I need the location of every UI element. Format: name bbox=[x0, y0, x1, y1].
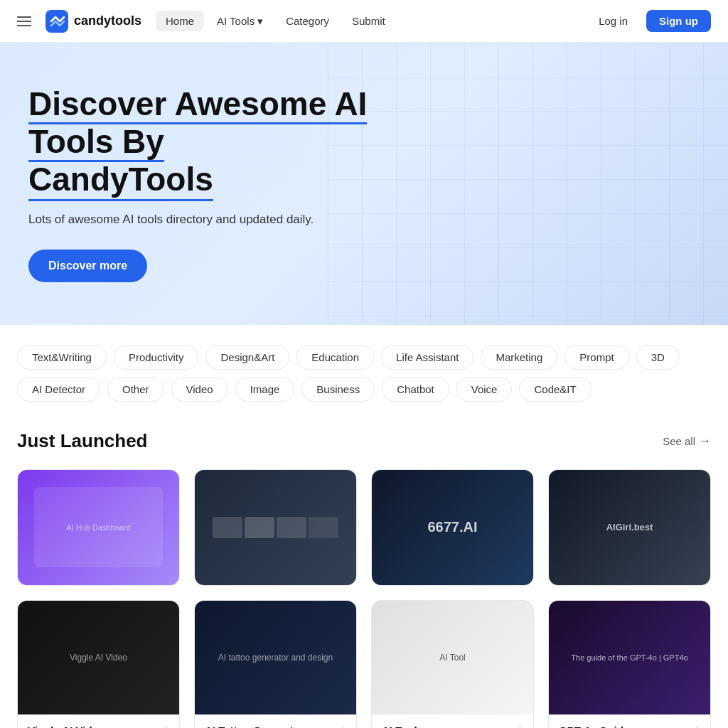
login-button[interactable]: Log in bbox=[587, 10, 639, 32]
card-thumb-6: AI tattoo generator and design bbox=[195, 601, 356, 714]
discover-more-button[interactable]: Discover more bbox=[28, 250, 147, 282]
cat-codeit[interactable]: Code&IT bbox=[519, 377, 591, 402]
card-thumb-4: AIGirl.best bbox=[549, 470, 710, 585]
card-thumb-5: Viggle AI Video bbox=[18, 601, 179, 714]
see-all-link[interactable]: See all → bbox=[663, 434, 711, 449]
card-title-6: AI Tattoo Generator bbox=[205, 724, 304, 728]
cards-grid-row2: Viggle AI Video Viggle AI Video ↗ AI tat… bbox=[17, 600, 711, 728]
card-artiversehub[interactable]: ArtiverseHub AI ↗ Get creative with Arti… bbox=[194, 469, 357, 586]
card-body-6: AI Tattoo Generator ↗ bbox=[195, 714, 356, 728]
just-launched-section: Just Launched See all → AI Hub Dashboard… bbox=[0, 407, 728, 728]
card-body-4: Best AI Girl Friend ↗ Best free AI AI Gi… bbox=[549, 585, 710, 586]
external-link-icon-5: ↗ bbox=[161, 724, 169, 728]
cat-image[interactable]: Image bbox=[235, 377, 295, 402]
cat-marketing[interactable]: Marketing bbox=[481, 345, 557, 370]
card-tattoo[interactable]: AI tattoo generator and design AI Tattoo… bbox=[194, 600, 357, 728]
card-title-row-7: AI Tool ↗ bbox=[382, 724, 523, 728]
categories-section: Text&Writing Productivity Design&Art Edu… bbox=[0, 325, 728, 407]
cat-business[interactable]: Business bbox=[301, 377, 375, 402]
cat-education[interactable]: Education bbox=[296, 345, 374, 370]
card-title-row-8: GPT-4o Guide ↗ bbox=[559, 724, 700, 728]
logo-icon bbox=[46, 10, 68, 33]
card-body-5: Viggle AI Video ↗ bbox=[18, 714, 179, 728]
card-body-2: ArtiverseHub AI ↗ Get creative with Arti… bbox=[195, 585, 356, 586]
card-aitool[interactable]: AI Tool AI Tool ↗ bbox=[371, 600, 534, 728]
card-title-row-5: Viggle AI Video ↗ bbox=[28, 724, 169, 728]
cat-productivity[interactable]: Productivity bbox=[114, 345, 199, 370]
cat-other[interactable]: Other bbox=[107, 377, 164, 402]
hero-title-underline: CandyTools bbox=[28, 161, 213, 201]
logo-text: candytools bbox=[74, 14, 141, 28]
logo[interactable]: candytools bbox=[46, 10, 141, 33]
card-thumb-1: AI Hub Dashboard bbox=[18, 470, 179, 585]
signup-button[interactable]: Sign up bbox=[646, 10, 711, 32]
card-6677ai[interactable]: 6677.AI 6677 AI ↗ Building the AI-Enhanc… bbox=[371, 469, 534, 586]
card-aigirlfriend[interactable]: AIGirl.best Best AI Girl Friend ↗ Best f… bbox=[548, 469, 711, 586]
cat-design-art[interactable]: Design&Art bbox=[205, 345, 289, 370]
card-thumb-2 bbox=[195, 470, 356, 585]
hamburger-button[interactable] bbox=[17, 16, 31, 26]
nav-submit[interactable]: Submit bbox=[342, 11, 395, 31]
nav-ai-tools[interactable]: AI Tools ▾ bbox=[207, 11, 273, 32]
card-body-1: Findaisites - Your ... ↗ Explore the AI … bbox=[18, 585, 179, 586]
cat-voice[interactable]: Voice bbox=[456, 377, 513, 402]
card-title-row-6: AI Tattoo Generator ↗ bbox=[205, 724, 346, 728]
card-title-5: Viggle AI Video bbox=[28, 724, 105, 728]
chevron-down-icon: ▾ bbox=[257, 15, 263, 28]
section-title: Just Launched bbox=[17, 430, 147, 452]
cat-chatbot[interactable]: Chatbot bbox=[382, 377, 449, 402]
external-link-icon-6: ↗ bbox=[338, 724, 346, 728]
nav-home[interactable]: Home bbox=[156, 11, 204, 31]
cat-prompt[interactable]: Prompt bbox=[564, 345, 628, 370]
card-body-8: GPT-4o Guide ↗ bbox=[549, 714, 710, 728]
cat-video[interactable]: Video bbox=[171, 377, 228, 402]
card-body-7: AI Tool ↗ bbox=[372, 714, 533, 728]
section-header: Just Launched See all → bbox=[17, 430, 711, 452]
navbar: candytools Home AI Tools ▾ Category Subm… bbox=[0, 0, 728, 43]
cat-ai-detector[interactable]: AI Detector bbox=[17, 377, 100, 402]
hero-grid-decoration bbox=[328, 43, 728, 325]
card-findaisites[interactable]: AI Hub Dashboard Findaisites - Your ... … bbox=[17, 469, 180, 586]
card-viggle[interactable]: Viggle AI Video Viggle AI Video ↗ bbox=[17, 600, 180, 728]
cat-3d[interactable]: 3D bbox=[636, 345, 680, 370]
card-thumb-7: AI Tool bbox=[372, 601, 533, 714]
card-thumb-3: 6677.AI bbox=[372, 470, 533, 585]
external-link-icon-7: ↗ bbox=[515, 724, 523, 728]
card-title-7: AI Tool bbox=[382, 724, 417, 728]
cat-life-assistant[interactable]: Life Assistant bbox=[381, 345, 473, 370]
nav-category[interactable]: Category bbox=[276, 11, 339, 31]
card-body-3: 6677 AI ↗ Building the AI-Enhanced Tools… bbox=[372, 585, 533, 586]
card-thumb-8: The guide of the GPT-4o | GPT4o bbox=[549, 601, 710, 714]
card-title-8: GPT-4o Guide bbox=[559, 724, 629, 728]
nav-right: Log in Sign up bbox=[587, 10, 711, 32]
nav-left: candytools Home AI Tools ▾ Category Subm… bbox=[17, 10, 395, 33]
external-link-icon-8: ↗ bbox=[692, 724, 700, 728]
cards-grid-row1: AI Hub Dashboard Findaisites - Your ... … bbox=[17, 469, 711, 586]
hero-section: Discover Awesome AI Tools By CandyTools … bbox=[0, 43, 728, 325]
card-gpt4guide[interactable]: The guide of the GPT-4o | GPT4o GPT-4o G… bbox=[548, 600, 711, 728]
arrow-right-icon: → bbox=[698, 434, 711, 449]
nav-links: Home AI Tools ▾ Category Submit bbox=[156, 11, 395, 32]
cat-text-writing[interactable]: Text&Writing bbox=[17, 345, 107, 370]
